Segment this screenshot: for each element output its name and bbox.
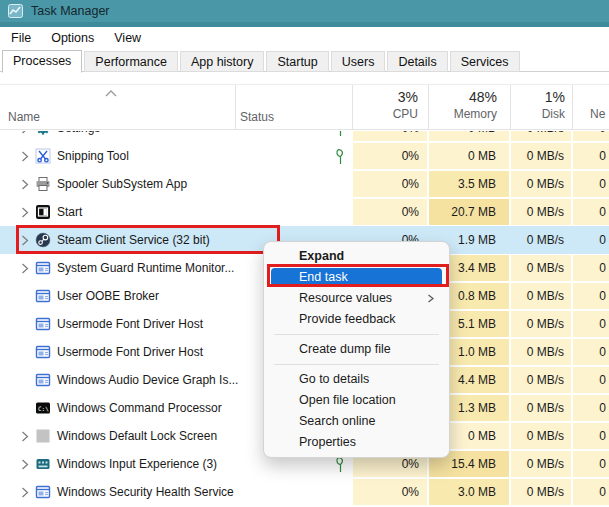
- expand-chevron-icon[interactable]: [21, 487, 29, 498]
- expand-chevron-icon[interactable]: [21, 131, 29, 134]
- context-menu-item-resource-values[interactable]: Resource values: [264, 288, 449, 309]
- menu-separator: [264, 360, 449, 369]
- cell-disk: 0 MB/s: [511, 479, 571, 505]
- context-menu-item-create-dump-file[interactable]: Create dump file: [264, 339, 449, 360]
- expand-chevron-icon[interactable]: [21, 459, 29, 470]
- cell-disk: 0 MB/s: [511, 423, 571, 449]
- process-name: Settings: [57, 131, 100, 142]
- context-menu-item-end-task[interactable]: End task: [271, 268, 442, 287]
- expand-chevron-icon[interactable]: [21, 179, 29, 190]
- context-menu-item-provide-feedback[interactable]: Provide feedback: [264, 309, 449, 330]
- cell-cpu: 0%: [353, 143, 427, 169]
- input-experience-icon: [35, 456, 51, 472]
- process-name: Usermode Font Driver Host: [57, 338, 203, 366]
- process-row-start[interactable]: Start0%20.7 MB0 MB/s0: [0, 198, 609, 226]
- snipping-tool-icon: [35, 148, 51, 164]
- expand-chevron-icon[interactable]: [21, 207, 29, 218]
- cell-network: 0: [573, 143, 609, 169]
- context-menu-item-search-online[interactable]: Search online: [264, 411, 449, 432]
- process-name: User OOBE Broker: [57, 282, 159, 310]
- cell-network: 0: [573, 395, 609, 421]
- process-name: Windows Command Processor: [57, 394, 222, 422]
- column-divider: [510, 85, 511, 129]
- process-row-settings[interactable]: Settings0%0 MB0 MB/s0: [0, 131, 609, 142]
- context-menu-item-go-to-details[interactable]: Go to details: [264, 369, 449, 390]
- leaf-icon: [334, 131, 347, 137]
- app-window-icon: [35, 344, 51, 360]
- column-header-disk[interactable]: 1% Disk: [510, 85, 572, 131]
- cell-memory: 20.7 MB: [429, 199, 509, 225]
- column-divider: [572, 85, 573, 129]
- process-row-spooler-subsystem-app[interactable]: Spooler SubSystem App0%3.5 MB0 MB/s0: [0, 170, 609, 198]
- settings-icon: [35, 131, 51, 136]
- expand-chevron-icon[interactable]: [21, 151, 29, 162]
- tab-bar: ProcessesPerformanceApp historyStartupUs…: [0, 49, 609, 72]
- process-name: Snipping Tool: [57, 142, 129, 170]
- task-manager-app-icon: [8, 4, 23, 18]
- context-menu: ExpandEnd taskResource valuesProvide fee…: [263, 241, 450, 458]
- steam-icon: [35, 232, 51, 248]
- cell-disk: 0 MB/s: [511, 283, 571, 309]
- cell-network: 0: [573, 199, 609, 225]
- tab-services[interactable]: Services: [450, 51, 520, 72]
- cell-network: 0: [573, 451, 609, 477]
- leaf-icon: [334, 148, 347, 165]
- process-name: Spooler SubSystem App: [57, 170, 187, 198]
- tab-details[interactable]: Details: [387, 51, 447, 72]
- window-title: Task Manager: [31, 4, 110, 18]
- menubar-item-file[interactable]: File: [1, 28, 41, 48]
- sort-ascending-icon: [104, 89, 118, 98]
- cell-network: 0: [573, 339, 609, 365]
- tab-performance[interactable]: Performance: [84, 51, 178, 72]
- cell-disk: 0 MB/s: [511, 311, 571, 337]
- context-menu-item-expand[interactable]: Expand: [264, 246, 449, 267]
- column-header-memory[interactable]: 48% Memory: [428, 85, 510, 131]
- menu-bar: FileOptionsView: [0, 27, 609, 49]
- column-divider: [428, 85, 429, 129]
- cell-network: 0: [573, 311, 609, 337]
- column-header-cpu[interactable]: 3% CPU: [352, 85, 426, 131]
- cell-cpu: 0%: [353, 131, 427, 141]
- tab-startup[interactable]: Startup: [266, 51, 328, 72]
- column-header-name[interactable]: Name: [8, 110, 40, 124]
- cell-memory: 0 MB: [429, 143, 509, 169]
- cell-network: 0: [573, 367, 609, 393]
- expand-chevron-icon[interactable]: [21, 235, 29, 246]
- cell-disk: 0 MB/s: [511, 227, 571, 253]
- tab-processes[interactable]: Processes: [2, 50, 82, 73]
- process-row-snipping-tool[interactable]: Snipping Tool0%0 MB0 MB/s0: [0, 142, 609, 170]
- app-window-icon: [35, 260, 51, 276]
- cell-disk: 0 MB/s: [511, 451, 571, 477]
- task-manager-window: Task Manager FileOptionsView ProcessesPe…: [0, 0, 609, 507]
- svg-text:C:\: C:\: [38, 405, 49, 412]
- expand-chevron-icon[interactable]: [21, 431, 29, 442]
- cell-memory: 3.0 MB: [429, 479, 509, 505]
- menubar-item-options[interactable]: Options: [41, 28, 104, 48]
- tab-app-history[interactable]: App history: [180, 51, 265, 72]
- process-row-windows-security-health-service[interactable]: Windows Security Health Service0%3.0 MB0…: [0, 478, 609, 506]
- tab-users[interactable]: Users: [331, 51, 386, 72]
- context-menu-item-open-file-location[interactable]: Open file location: [264, 390, 449, 411]
- process-name: Usermode Font Driver Host: [57, 310, 203, 338]
- cell-network: 0: [573, 131, 609, 141]
- column-divider: [352, 85, 353, 129]
- cell-network: 0: [573, 283, 609, 309]
- menubar-item-view[interactable]: View: [104, 28, 151, 48]
- cell-disk: 0 MB/s: [511, 339, 571, 365]
- cell-disk: 0 MB/s: [511, 395, 571, 421]
- expand-chevron-icon[interactable]: [21, 263, 29, 274]
- column-header-network[interactable]: Ne: [572, 85, 609, 131]
- app-window-icon: [35, 484, 51, 500]
- command-prompt-icon: C:\: [35, 400, 51, 416]
- column-header-status[interactable]: Status: [240, 110, 274, 124]
- context-menu-item-properties[interactable]: Properties: [264, 432, 449, 453]
- leaf-icon: [334, 456, 347, 473]
- cell-cpu: 0%: [353, 199, 427, 225]
- cell-disk: 0 MB/s: [511, 171, 571, 197]
- lock-screen-icon: [35, 428, 51, 444]
- cell-network: 0: [573, 171, 609, 197]
- submenu-chevron-icon: [427, 288, 435, 309]
- process-name: System Guard Runtime Monitor...: [57, 254, 234, 282]
- process-name: Windows Audio Device Graph Is...: [57, 366, 238, 394]
- app-window-icon: [35, 288, 51, 304]
